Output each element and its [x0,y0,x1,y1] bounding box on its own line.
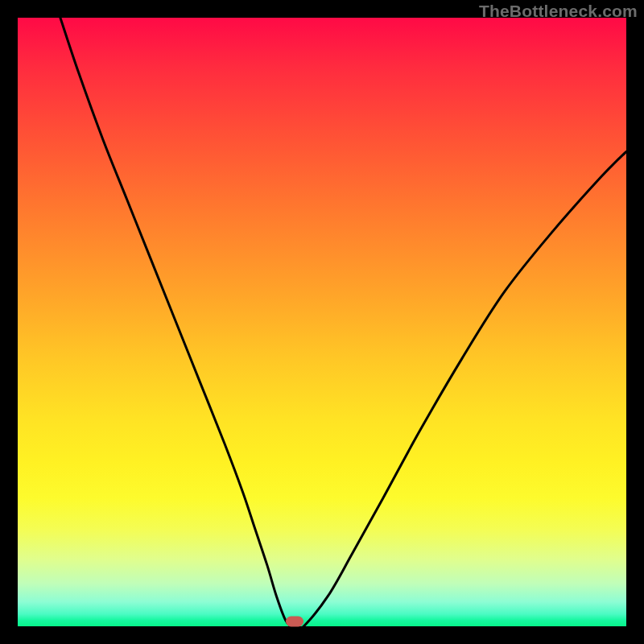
watermark-text: TheBottleneck.com [479,2,638,21]
optimal-point-marker [286,617,303,627]
bottleneck-curve [18,18,626,626]
